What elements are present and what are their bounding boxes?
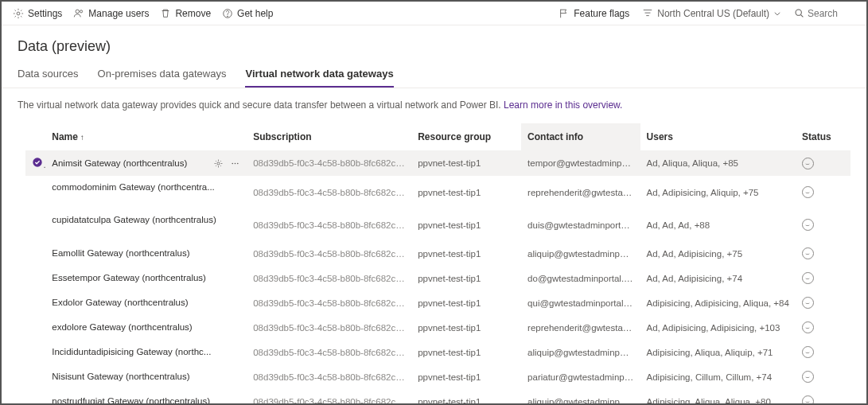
gateway-name[interactable]: Exdolor Gateway (northcentralus) [45, 290, 247, 315]
table-row[interactable]: Incididuntadipisicing Gateway (northc...… [25, 340, 850, 364]
status-ok-icon: ⌣ [802, 346, 814, 358]
chevron-down-icon [773, 10, 781, 18]
top-toolbar: Settings Manage users Remove Get help Fe… [2, 2, 866, 25]
search-icon [794, 8, 804, 18]
cell-resource_group: ppvnet-test-tip1 [411, 315, 521, 340]
cell-subscription: 08d39db5-f0c3-4c58-b80b-8fc682cf67c1 [247, 389, 411, 405]
manage-users-label: Manage users [88, 8, 149, 19]
cell-status: ⌣ [796, 150, 850, 176]
gateway-name[interactable]: commodominim Gateway (northcentra... [45, 176, 247, 208]
cell-contact: qui@gwtestadminportal.c... [521, 290, 640, 315]
col-subscription[interactable]: Subscription [247, 123, 411, 150]
manage-users-button[interactable]: Manage users [73, 8, 149, 19]
table-row[interactable]: Exdolor Gateway (northcentralus)08d39db5… [25, 290, 850, 315]
table-row[interactable]: Animsit Gateway (northcentralus)08d39db5… [25, 150, 850, 176]
table-row[interactable]: Eamollit Gateway (northcentralus)08d39db… [25, 241, 850, 266]
users-icon [73, 8, 84, 19]
cell-subscription: 08d39db5-f0c3-4c58-b80b-8fc682cf67c1 [247, 208, 411, 241]
cell-status: ⌣ [796, 208, 850, 241]
svg-point-1 [76, 10, 79, 13]
settings-button[interactable]: Settings [13, 8, 62, 19]
tab-data-sources[interactable]: Data sources [18, 61, 79, 88]
status-ok-icon: ⌣ [802, 321, 814, 333]
cell-resource_group: ppvnet-test-tip1 [411, 389, 521, 405]
gateway-name[interactable]: cupidatatculpa Gateway (northcentralus) [45, 208, 247, 241]
gear-icon[interactable] [213, 158, 224, 169]
status-ok-icon: ⌣ [802, 219, 814, 231]
flag-icon [559, 8, 570, 19]
get-help-label: Get help [237, 8, 273, 19]
gateway-name[interactable]: Incididuntadipisicing Gateway (northc... [45, 340, 247, 364]
help-icon [222, 8, 233, 19]
cell-resource_group: ppvnet-test-tip1 [411, 208, 521, 241]
learn-more-link[interactable]: Learn more in this overview. [504, 99, 622, 111]
gear-icon [13, 8, 24, 19]
search-box[interactable] [794, 8, 855, 19]
cell-subscription: 08d39db5-f0c3-4c58-b80b-8fc682cf67c1 [247, 340, 411, 364]
description-text: The virtual network data gateway provide… [18, 99, 504, 111]
cell-users: Adipisicing, Aliqua, Aliqua, +80 [640, 389, 796, 405]
status-ok-icon: ⌣ [802, 186, 814, 198]
col-name[interactable]: Name [45, 123, 247, 150]
cell-contact: reprehenderit@gwtestad... [521, 176, 640, 208]
cell-resource_group: ppvnet-test-tip1 [411, 290, 521, 315]
check-circle-icon [32, 157, 43, 168]
gateway-name[interactable]: Nisisunt Gateway (northcentralus) [45, 364, 247, 389]
cell-status: ⌣ [796, 315, 850, 340]
get-help-button[interactable]: Get help [222, 8, 273, 19]
remove-button[interactable]: Remove [160, 8, 211, 19]
table-row[interactable]: cupidatatculpa Gateway (northcentralus)0… [25, 208, 850, 241]
svg-point-9 [235, 162, 236, 164]
cell-contact: duis@gwtestadminportal... [521, 208, 640, 241]
col-status[interactable]: Status [796, 123, 850, 150]
col-users[interactable]: Users [640, 123, 796, 150]
table-row[interactable]: nostrudfugiat Gateway (northcentralus)08… [25, 389, 850, 405]
page-title: Data (preview) [2, 25, 866, 61]
cell-contact: pariatur@gwtestadminpor... [521, 364, 640, 389]
status-ok-icon: ⌣ [802, 395, 814, 405]
cell-users: Ad, Aliqua, Aliqua, +85 [640, 150, 796, 176]
tab-on-premises-data-gateways[interactable]: On-premises data gateways [98, 61, 227, 88]
col-contact-info[interactable]: Contact info [521, 123, 640, 150]
region-label: North Central US (Default) [657, 8, 769, 19]
cell-resource_group: ppvnet-test-tip1 [411, 176, 521, 208]
feature-flags-label: Feature flags [574, 8, 629, 19]
table-row[interactable]: exdolore Gateway (northcentralus)08d39db… [25, 315, 850, 340]
gateways-table: Name Subscription Resource group Contact… [25, 123, 850, 405]
gateway-name[interactable]: exdolore Gateway (northcentralus) [45, 315, 247, 340]
gateway-name[interactable]: Eamollit Gateway (northcentralus) [45, 241, 247, 266]
trash-icon [160, 8, 171, 19]
settings-label: Settings [28, 8, 62, 19]
status-ok-icon: ⌣ [802, 247, 814, 259]
cell-resource_group: ppvnet-test-tip1 [411, 241, 521, 266]
table-row[interactable]: Essetempor Gateway (northcentralus)08d39… [25, 266, 850, 290]
gateway-name[interactable]: nostrudfugiat Gateway (northcentralus) [45, 389, 247, 405]
cell-contact: aliquip@gwtestadminport... [521, 389, 640, 405]
tab-virtual-network-data-gateways[interactable]: Virtual network data gateways [245, 61, 393, 88]
cell-contact: reprehenderit@gwtestad... [521, 315, 640, 340]
cell-subscription: 08d39db5-f0c3-4c58-b80b-8fc682cf67c1 [247, 266, 411, 290]
svg-point-10 [237, 162, 239, 164]
cell-users: Adipisicing, Cillum, Cillum, +74 [640, 364, 796, 389]
cell-users: Ad, Ad, Adipisicing, +75 [640, 241, 796, 266]
cell-users: Adipisicing, Aliqua, Aliquip, +71 [640, 340, 796, 364]
gateway-name[interactable]: Essetempor Gateway (northcentralus) [45, 266, 247, 290]
cell-subscription: 08d39db5-f0c3-4c58-b80b-8fc682cf67c1 [247, 364, 411, 389]
gateway-name[interactable]: Animsit Gateway (northcentralus) [45, 150, 247, 176]
cell-status: ⌣ [796, 290, 850, 315]
cell-subscription: 08d39db5-f0c3-4c58-b80b-8fc682cf67c1 [247, 150, 411, 176]
table-row[interactable]: Nisisunt Gateway (northcentralus)08d39db… [25, 364, 850, 389]
col-resource-group[interactable]: Resource group [411, 123, 521, 150]
cell-subscription: 08d39db5-f0c3-4c58-b80b-8fc682cf67c1 [247, 241, 411, 266]
search-input[interactable] [808, 8, 855, 19]
region-picker[interactable]: North Central US (Default) [642, 8, 781, 19]
more-icon[interactable] [230, 158, 240, 169]
table-row[interactable]: commodominim Gateway (northcentra...08d3… [25, 176, 850, 208]
feature-flags-button[interactable]: Feature flags [559, 8, 629, 19]
status-ok-icon: ⌣ [802, 272, 814, 284]
cell-contact: aliquip@gwtestadminport... [521, 241, 640, 266]
cell-status: ⌣ [796, 176, 850, 208]
cell-users: Ad, Ad, Adipisicing, +74 [640, 266, 796, 290]
cell-status: ⌣ [796, 389, 850, 405]
cell-contact: do@gwtestadminportal.c... [521, 266, 640, 290]
